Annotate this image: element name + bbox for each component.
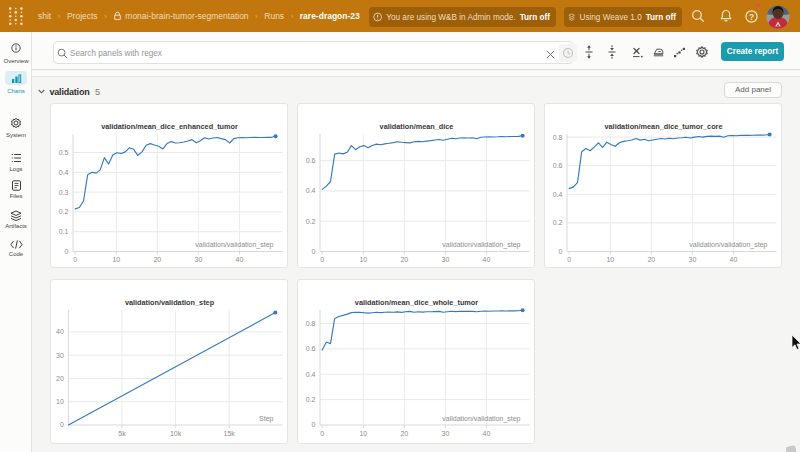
svg-text:10k: 10k (170, 430, 182, 437)
svg-text:0.3: 0.3 (59, 189, 69, 196)
svg-text:validation/validation_step: validation/validation_step (689, 241, 767, 249)
svg-text:20: 20 (153, 256, 161, 263)
svg-text:40: 40 (483, 256, 491, 263)
svg-text:Step: Step (259, 415, 274, 423)
svg-text:0: 0 (60, 421, 64, 428)
svg-text:validation/mean_dice_enhanced_: validation/mean_dice_enhanced_tumor (101, 122, 238, 131)
svg-text:10: 10 (606, 256, 614, 263)
svg-text:validation/mean_dice: validation/mean_dice (380, 122, 454, 131)
svg-text:10: 10 (112, 256, 120, 263)
svg-text:0.2: 0.2 (306, 396, 316, 403)
svg-text:10: 10 (359, 256, 367, 263)
svg-text:validation/validation_step: validation/validation_step (195, 241, 273, 249)
svg-text:20: 20 (400, 430, 408, 437)
svg-text:validation/validation_step: validation/validation_step (125, 298, 215, 307)
svg-text:0.2: 0.2 (553, 219, 563, 226)
svg-text:40: 40 (730, 256, 738, 263)
svg-text:20: 20 (647, 256, 655, 263)
svg-text:40: 40 (236, 256, 244, 263)
svg-text:10: 10 (56, 398, 64, 405)
svg-text:30: 30 (689, 256, 697, 263)
svg-text:10: 10 (359, 430, 367, 437)
svg-text:0.4: 0.4 (306, 371, 316, 378)
svg-text:0: 0 (312, 248, 316, 255)
svg-text:30: 30 (195, 256, 203, 263)
svg-text:0: 0 (320, 430, 324, 437)
svg-text:0: 0 (559, 248, 563, 255)
svg-text:40: 40 (483, 430, 491, 437)
svg-text:0.4: 0.4 (59, 169, 69, 176)
svg-text:0: 0 (73, 256, 77, 263)
svg-text:0: 0 (320, 256, 324, 263)
svg-text:0.2: 0.2 (59, 208, 69, 215)
svg-text:?: ? (749, 12, 754, 22)
svg-text:30: 30 (56, 352, 64, 359)
svg-text:5k: 5k (118, 430, 126, 437)
svg-text:validation/validation_step: validation/validation_step (442, 241, 520, 249)
svg-text:0.8: 0.8 (306, 320, 316, 327)
svg-text:0: 0 (312, 421, 316, 428)
svg-text:0.6: 0.6 (553, 162, 563, 169)
svg-text:0.4: 0.4 (306, 187, 316, 194)
svg-text:0: 0 (65, 248, 69, 255)
svg-text:0.4: 0.4 (553, 191, 563, 198)
svg-text:validation/mean_dice_tumor_cor: validation/mean_dice_tumor_core (604, 122, 722, 131)
svg-text:0.5: 0.5 (59, 149, 69, 156)
svg-text:20: 20 (56, 375, 64, 382)
svg-text:0.8: 0.8 (553, 134, 563, 141)
svg-text:20: 20 (400, 256, 408, 263)
svg-text:validation/mean_dice_whole_tum: validation/mean_dice_whole_tumor (355, 298, 478, 307)
svg-text:0: 0 (567, 256, 571, 263)
svg-text:validation/validation_step: validation/validation_step (442, 415, 520, 423)
svg-text:30: 30 (442, 256, 450, 263)
svg-text:40: 40 (56, 328, 64, 335)
svg-text:30: 30 (442, 430, 450, 437)
svg-text:15k: 15k (224, 430, 236, 437)
svg-text:0.6: 0.6 (306, 157, 316, 164)
svg-text:0.6: 0.6 (306, 345, 316, 352)
svg-text:0.2: 0.2 (306, 218, 316, 225)
svg-text:0.1: 0.1 (59, 228, 69, 235)
